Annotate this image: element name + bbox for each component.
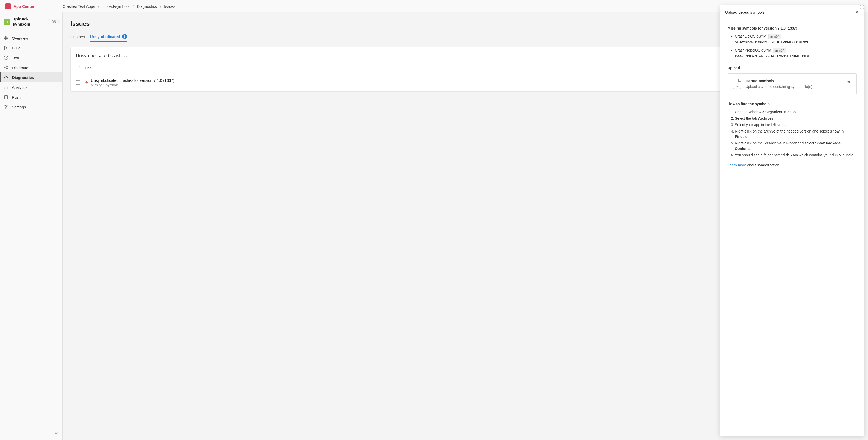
platform-badge: iOS (48, 19, 59, 24)
symbol-uuid: 5DA23653-D126-39F0-BDCF-994B3019F92C (735, 40, 857, 45)
loading-spinner-icon (860, 5, 864, 9)
breadcrumb-sep: / (132, 4, 134, 8)
distribute-icon (4, 65, 8, 70)
breadcrumb-sep: / (160, 4, 161, 8)
sidebar-item-label: Distribute (12, 65, 28, 70)
learn-more-suffix: about symbolication. (746, 163, 780, 167)
howto-step: Choose Window > Organizer in Xcode. (735, 109, 857, 115)
learn-more-link[interactable]: Learn more (727, 163, 746, 167)
sidebar-item-overview[interactable]: Overview (0, 33, 62, 43)
sidebar-item-label: Analytics (12, 85, 27, 90)
breadcrumb-item[interactable]: Diagnostics (137, 4, 157, 8)
svg-point-21 (5, 105, 6, 106)
sidebar-item-label: Build (12, 46, 21, 50)
symbol-item: CrashLibiOS.dSYM arm64 5DA23653-D126-39F… (735, 34, 857, 45)
app-name: upload-symbols (12, 17, 45, 27)
sidebar-item-push[interactable]: Push (0, 92, 62, 102)
symbol-name: CrashLibiOS.dSYM (735, 34, 766, 38)
bar-chart-icon (4, 85, 8, 90)
appcenter-logo-icon (5, 3, 11, 9)
breadcrumb-item[interactable]: Crashes Test Apps (63, 4, 95, 8)
brand[interactable]: App Center (5, 3, 63, 9)
grid-icon (4, 36, 8, 40)
svg-rect-0 (4, 36, 5, 37)
svg-point-7 (7, 66, 7, 67)
upload-dropzone[interactable]: Debug symbols Upload a .zip file contain… (727, 73, 857, 94)
symbol-item: CrashProbeiOS.dSYM arm64 D449E33D-7E74-3… (735, 48, 857, 59)
sidebar-item-label: Diagnostics (12, 75, 34, 80)
svg-line-9 (5, 66, 7, 67)
lightning-icon (85, 81, 89, 85)
howto-step: Right-click on the .xcarchive in Finder … (735, 140, 857, 151)
app-header[interactable]: u upload-symbols iOS (0, 12, 62, 31)
collapse-sidebar-button[interactable] (54, 431, 59, 436)
upload-symbols-panel: Upload debug symbols Missing symbols for… (720, 5, 864, 436)
symbols-list: CrashLibiOS.dSYM arm64 5DA23653-D126-39F… (727, 34, 857, 59)
warning-icon (4, 75, 8, 80)
sidebar-item-analytics[interactable]: Analytics (0, 82, 62, 92)
row-checkbox[interactable] (76, 81, 80, 85)
howto-step: Select the tab Archives. (735, 116, 857, 121)
panel-header: Upload debug symbols (720, 5, 864, 20)
howto-list: Choose Window > Organizer in Xcode. Sele… (727, 109, 857, 158)
upload-heading: Upload (727, 65, 857, 71)
upload-title: Debug symbols (746, 78, 842, 84)
tab-label: Crashes (70, 35, 85, 39)
row-title: Unsymbolicated crashes for version 7.1.0… (91, 78, 175, 83)
zip-file-icon (733, 79, 741, 89)
sidebar-item-label: Settings (12, 105, 26, 109)
panel-body: Missing symbols for version 7.1.0 (1337)… (720, 20, 864, 174)
svg-rect-1 (6, 36, 8, 37)
sidebar-item-settings[interactable]: Settings (0, 102, 62, 112)
svg-point-23 (5, 108, 6, 108)
sidebar-item-test[interactable]: Test (0, 53, 62, 63)
row-content: Unsymbolicated crashes for version 7.1.0… (91, 78, 175, 87)
tab-unsymbolicated[interactable]: Unsymbolicated 1 (90, 32, 127, 42)
svg-marker-24 (85, 81, 88, 84)
howto-section: How to find the symbols Choose Window > … (727, 101, 857, 168)
howto-step: You should see a folder named dSYMs whic… (735, 152, 857, 158)
brand-name: App Center (13, 4, 34, 8)
sidebar-item-build[interactable]: Build (0, 43, 62, 53)
play-icon (4, 45, 8, 50)
push-icon (4, 95, 8, 99)
app-avatar: u (4, 19, 10, 25)
symbol-uuid: D449E33D-7E74-379D-8B79-15EE104ED1DF (735, 54, 857, 59)
svg-point-6 (4, 67, 5, 68)
check-circle-icon (4, 55, 8, 60)
breadcrumb-item[interactable]: upload-symbols (102, 4, 129, 8)
arch-badge: arm64 (773, 48, 786, 53)
upload-subtitle: Upload a .zip file containing symbol fil… (746, 84, 842, 90)
sidebar-item-label: Test (12, 56, 19, 60)
tab-label: Unsymbolicated (90, 34, 120, 39)
svg-point-5 (4, 56, 8, 60)
tab-crashes[interactable]: Crashes (70, 32, 85, 42)
sidebar-item-diagnostics[interactable]: Diagnostics (0, 72, 62, 82)
sidebar-item-label: Push (12, 95, 21, 99)
tab-badge: 1 (122, 34, 127, 39)
missing-heading: Missing symbols for version 7.1.0 (1337) (727, 26, 857, 31)
upload-text: Debug symbols Upload a .zip file contain… (746, 78, 842, 90)
select-all-checkbox[interactable] (76, 66, 80, 70)
row-subtitle: Missing 2 symbols (91, 83, 175, 87)
svg-rect-2 (4, 38, 5, 40)
svg-line-10 (5, 68, 7, 69)
column-title: Title (85, 66, 91, 70)
nav: Overview Build Test Distribute Diagnosti… (0, 33, 62, 112)
upload-arrow-icon (846, 81, 851, 87)
breadcrumb: Crashes Test Apps / upload-symbols / Dia… (63, 4, 175, 8)
close-button[interactable] (855, 10, 859, 14)
learn-more-line: Learn more about symbolication. (727, 162, 857, 168)
sidebar-item-distribute[interactable]: Distribute (0, 63, 62, 72)
breadcrumb-sep: / (98, 4, 99, 8)
svg-marker-4 (5, 46, 7, 50)
settings-icon (4, 104, 8, 109)
howto-heading: How to find the symbols (727, 101, 857, 107)
svg-point-22 (6, 107, 7, 107)
svg-rect-16 (5, 95, 7, 99)
symbol-name: CrashProbeiOS.dSYM (735, 48, 771, 52)
breadcrumb-item[interactable]: Issues (164, 4, 175, 8)
svg-rect-3 (6, 38, 8, 40)
svg-point-8 (7, 68, 7, 69)
arch-badge: arm64 (768, 34, 781, 39)
